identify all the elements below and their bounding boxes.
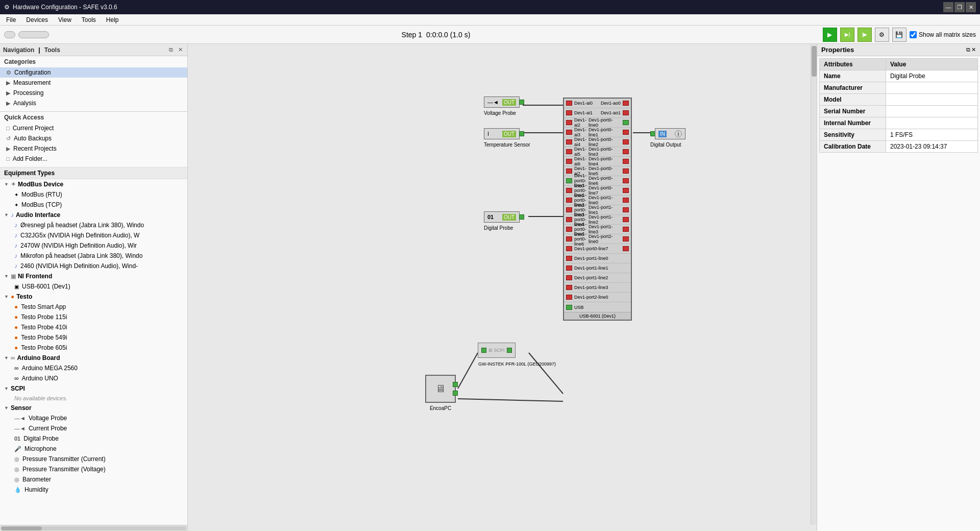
main-layout: Navigation | Tools ⧉ ✕ Categories ⚙ Conf…	[0, 44, 980, 531]
left-panel-header: Navigation | Tools ⧉ ✕	[0, 44, 187, 56]
tree-testo-115i[interactable]: ● Testo Probe 115i	[0, 312, 187, 322]
property-value	[886, 94, 978, 106]
step-backward-button[interactable]: |▶	[857, 28, 872, 42]
property-attr: Serial Number	[820, 106, 886, 117]
canvas-vscroll-thumb[interactable]	[812, 46, 817, 77]
tree-audio-3[interactable]: ♪ Mikrofon på headset (Jabra Link 380), …	[0, 251, 187, 261]
category-processing[interactable]: ▶ Processing	[0, 88, 187, 98]
temperature-sensor-node[interactable]: I OUT Temperature Sensor	[484, 128, 524, 139]
tree-audio-1[interactable]: ♪ C32JG5x (NVIDIA High Definition Audio)…	[0, 230, 187, 240]
minimize-button[interactable]: —	[943, 2, 953, 12]
ni-block-label: USB-6001 (Dev1)	[564, 312, 631, 320]
scpi-device-out-port	[507, 348, 512, 353]
qa-add-folder[interactable]: □ Add Folder...	[0, 154, 187, 164]
tree-sensor-digital[interactable]: 01 Digital Probe	[0, 433, 187, 444]
show-matrix-checkbox[interactable]	[910, 31, 917, 38]
close-button[interactable]: ✕	[966, 2, 976, 12]
right-panel-close-button[interactable]: ✕	[971, 46, 976, 53]
scroll-thumb[interactable]	[1, 526, 42, 530]
digital-probe-node[interactable]: 01 OUT Digital Probe	[484, 211, 524, 223]
encoa-pc-node[interactable]: 🖥 EncoaPC	[425, 375, 456, 403]
measurement-icon: ▶	[6, 80, 10, 86]
step-forward-button[interactable]: ▶|	[840, 28, 854, 42]
play-button[interactable]: ▶	[823, 28, 837, 42]
tree-arduino-mega[interactable]: ∞ Arduino MEGA 2560	[0, 363, 187, 373]
voltage-probe-label: Voltage Probe	[29, 415, 67, 422]
maximize-button[interactable]: ❐	[954, 2, 965, 12]
microphone-label: Microphone	[24, 445, 57, 452]
svg-line-5	[529, 353, 563, 394]
category-analysis[interactable]: ▶ Analysis	[0, 98, 187, 108]
menu-devices[interactable]: Devices	[22, 15, 52, 25]
qa-current-project[interactable]: □ Current Project	[0, 123, 187, 133]
voltage-probe-node[interactable]: —◄ OUT Voltage Probe	[484, 96, 524, 108]
tree-sensor-barometer[interactable]: ◎ Barometer	[0, 474, 187, 485]
tree-testo-605i[interactable]: ● Testo Probe 605i	[0, 343, 187, 353]
panel-float-button[interactable]: ⧉	[167, 46, 175, 54]
menu-file[interactable]: File	[2, 15, 20, 25]
canvas-area[interactable]: —◄ OUT Voltage Probe I OUT Temperature S…	[188, 44, 817, 531]
ni-port-ai1: Dev1-ai1	[574, 110, 599, 115]
ni-port-p1l0-r: Dev1-port1-line0	[589, 195, 621, 205]
tree-sensor-pressure-current[interactable]: ◎ Pressure Transmitter (Current)	[0, 454, 187, 464]
tree-audio-0[interactable]: ♪ Øresnegl på headset (Jabra Link 380), …	[0, 220, 187, 230]
group-scpi-header[interactable]: ▼ SCPI	[0, 383, 187, 394]
menu-tools[interactable]: Tools	[78, 15, 100, 25]
tree-modbus-tcp[interactable]: ✦ ModBus (TCP)	[0, 200, 187, 210]
window-controls: — ❐ ✕	[943, 2, 976, 12]
menu-view[interactable]: View	[54, 15, 76, 25]
encoa-port-1	[453, 382, 458, 387]
modbus-group-label: ModBus Device	[18, 181, 63, 188]
audio-1-label: C32JG5x (NVIDIA High Definition Audio), …	[20, 232, 139, 239]
settings-button[interactable]: ⚙	[875, 28, 889, 42]
arduino-uno-icon: ∞	[14, 375, 19, 382]
group-ni-header[interactable]: ▼ ▣ NI Frontend	[0, 271, 187, 281]
tree-sensor-pressure-voltage[interactable]: ◎ Pressure Transmitter (Voltage)	[0, 464, 187, 474]
menu-help[interactable]: Help	[102, 15, 123, 25]
sensor-chevron-icon: ▼	[4, 405, 9, 411]
qa-recent-projects[interactable]: ▶ Recent Projects	[0, 143, 187, 154]
category-measurement[interactable]: ▶ Measurement	[0, 78, 187, 88]
temp-out-badge: OUT	[502, 131, 516, 137]
group-modbus-header[interactable]: ▼ ✦ ModBus Device	[0, 179, 187, 189]
canvas-scroll[interactable]: —◄ OUT Voltage Probe I OUT Temperature S…	[188, 44, 817, 531]
group-sensor-header[interactable]: ▼ Sensor	[0, 403, 187, 413]
ni-6001-block[interactable]: Dev1-ai0 Dev1-ao0 Dev1-ai1 Dev1-ao1	[563, 98, 632, 321]
tree-sensor-humidity[interactable]: 💧 Humidity	[0, 485, 187, 495]
scpi-group-label: SCPI	[11, 385, 25, 392]
tree-ni-usb6001[interactable]: ▣ USB-6001 (Dev1)	[0, 281, 187, 292]
tab-tools[interactable]: Tools	[44, 46, 60, 54]
ni-port-ai2: Dev1-ai2	[574, 117, 586, 128]
tree-audio-4[interactable]: ♪ 2460 (NVIDIA High Definition Audio), W…	[0, 261, 187, 271]
testo-smart-icon: ●	[14, 303, 18, 310]
tab-navigation[interactable]: Navigation	[3, 46, 34, 54]
canvas-vscroll[interactable]	[811, 44, 817, 525]
save-button[interactable]: 💾	[892, 28, 906, 42]
voltage-out-badge: OUT	[502, 99, 516, 106]
scpi-device-node[interactable]: ⊞ SCPI GW-INSTEK PFR-100L (GEU200997)	[478, 343, 516, 358]
modbus-rtu-label: ModBus (RTU)	[21, 191, 62, 198]
left-panel-scrollbar[interactable]	[0, 525, 187, 531]
ni-port-port0-line0-r: Dev1-port0-line0	[589, 117, 621, 128]
right-panel-float-button[interactable]: ⧉	[966, 46, 970, 53]
tree-testo-410i[interactable]: ● Testo Probe 410i	[0, 322, 187, 332]
tree-modbus-rtu[interactable]: ✦ ModBus (RTU)	[0, 189, 187, 200]
tree-testo-smart[interactable]: ● Testo Smart App	[0, 302, 187, 312]
temp-sensor-diagram-label: Temperature Sensor	[484, 142, 530, 148]
digital-output-node[interactable]: IN i Digital Output	[650, 128, 685, 139]
svg-line-4	[458, 353, 478, 389]
tree-testo-549i[interactable]: ● Testo Probe 549i	[0, 332, 187, 343]
category-configuration[interactable]: ⚙ Configuration	[0, 67, 187, 78]
tree-audio-2[interactable]: ♪ 2470W (NVIDIA High Definition Audio), …	[0, 240, 187, 251]
testo-115i-label: Testo Probe 115i	[21, 313, 67, 321]
tree-arduino-uno[interactable]: ∞ Arduino UNO	[0, 373, 187, 383]
panel-close-button[interactable]: ✕	[176, 46, 184, 54]
group-arduino-header[interactable]: ▼ ∞ Arduino Board	[0, 353, 187, 363]
group-audio-header[interactable]: ▼ ♪ Audio Interface	[0, 210, 187, 220]
group-testo-header[interactable]: ▼ ● Testo	[0, 292, 187, 302]
tree-sensor-voltage[interactable]: —◄ Voltage Probe	[0, 413, 187, 423]
tree-sensor-microphone[interactable]: 🎤 Microphone	[0, 444, 187, 454]
arduino-chevron-icon: ▼	[4, 355, 9, 360]
tree-sensor-current[interactable]: —◄ Current Probe	[0, 423, 187, 433]
qa-auto-backups[interactable]: ↺ Auto Backups	[0, 133, 187, 143]
